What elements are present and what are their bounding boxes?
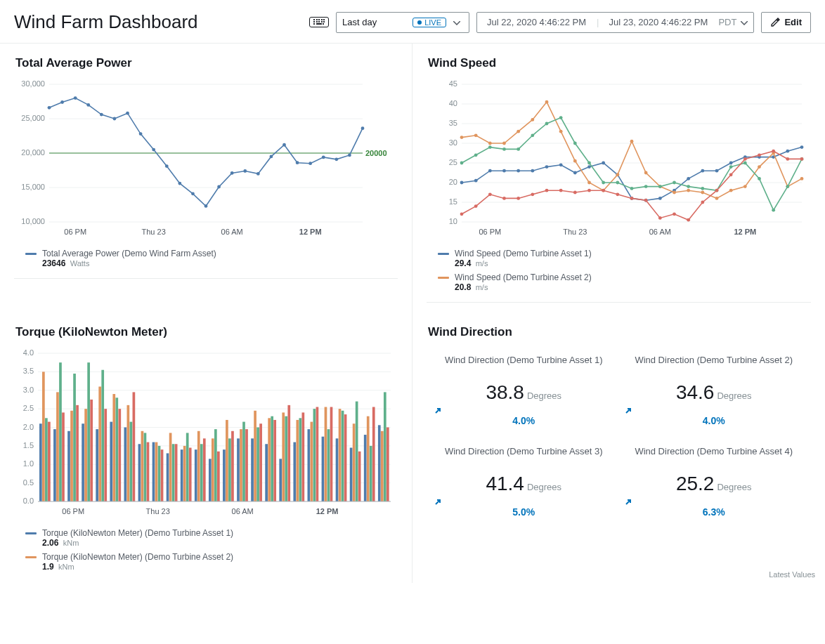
svg-point-128: [701, 187, 704, 190]
svg-text:06 PM: 06 PM: [62, 507, 84, 515]
svg-text:20: 20: [449, 178, 457, 186]
svg-rect-247: [265, 444, 268, 501]
svg-rect-263: [322, 437, 325, 501]
svg-point-149: [644, 199, 648, 202]
svg-point-131: [743, 162, 747, 165]
svg-rect-227: [195, 449, 197, 501]
svg-text:15,000: 15,000: [21, 183, 45, 191]
svg-rect-234: [217, 452, 220, 501]
kpi-value: 34.6Degrees: [624, 381, 805, 404]
svg-rect-275: [364, 435, 367, 501]
svg-point-147: [616, 192, 619, 196]
svg-rect-269: [342, 411, 344, 501]
legend-item: Wind Speed (Demo Turbine Asset 1) 29.4 m…: [438, 249, 810, 268]
svg-rect-202: [104, 409, 107, 501]
svg-text:12 PM: 12 PM: [734, 228, 756, 236]
svg-point-152: [687, 218, 690, 222]
svg-point-87: [474, 133, 478, 137]
dashboard-grid: Total Average Power 10,00015,00020,00025…: [0, 44, 825, 583]
svg-point-91: [531, 118, 534, 121]
svg-rect-209: [130, 422, 133, 501]
svg-point-97: [616, 173, 619, 176]
date-range-picker[interactable]: Jul 22, 2020 4:46:22 PM | Jul 23, 2020 4…: [476, 12, 754, 33]
svg-text:20,000: 20,000: [21, 148, 45, 157]
svg-text:3.5: 3.5: [23, 367, 34, 375]
legend-unit: kNm: [58, 563, 74, 571]
svg-point-88: [488, 142, 492, 145]
svg-rect-229: [200, 444, 203, 501]
svg-rect-250: [273, 420, 276, 501]
kpi-value: 41.4Degrees: [434, 473, 614, 495]
svg-point-85: [800, 145, 804, 149]
svg-rect-281: [384, 392, 386, 501]
svg-point-93: [559, 130, 563, 133]
svg-rect-230: [203, 438, 206, 501]
svg-rect-261: [313, 409, 316, 501]
svg-rect-190: [62, 412, 65, 501]
svg-text:06 PM: 06 PM: [479, 228, 501, 236]
svg-point-157: [758, 153, 761, 157]
svg-point-25: [165, 164, 169, 168]
svg-point-136: [460, 212, 464, 216]
svg-point-104: [715, 197, 719, 200]
chart-power[interactable]: 10,00015,00020,00025,00030,00006 PMThu 2…: [15, 80, 395, 242]
svg-point-107: [758, 165, 761, 169]
svg-rect-267: [336, 438, 339, 501]
svg-rect-238: [231, 431, 234, 501]
pencil-icon: [770, 18, 780, 27]
legend-swatch: [25, 253, 37, 255]
svg-rect-199: [96, 429, 98, 501]
keyboard-icon[interactable]: [309, 17, 329, 27]
svg-point-64: [502, 169, 506, 173]
svg-point-158: [772, 150, 775, 153]
svg-text:Thu 23: Thu 23: [142, 228, 166, 236]
svg-rect-186: [48, 422, 51, 501]
svg-point-150: [658, 216, 662, 220]
svg-rect-282: [386, 428, 389, 502]
svg-rect-273: [356, 402, 358, 501]
dashboard-header: Wind Farm Dashboard Last day LIVE Jul 22…: [0, 0, 825, 44]
svg-rect-183: [39, 423, 42, 501]
svg-point-16: [48, 106, 51, 110]
svg-point-31: [243, 169, 247, 173]
svg-rect-200: [98, 386, 101, 501]
svg-text:25: 25: [449, 158, 457, 166]
svg-text:20000: 20000: [365, 149, 387, 157]
panel-wind-speed: Wind Speed 101520253035404506 PMThu 2306…: [412, 44, 825, 313]
chart-torque[interactable]: 0.00.51.01.52.02.53.03.54.006 PMThu 2306…: [15, 349, 395, 521]
svg-rect-240: [240, 429, 242, 501]
svg-point-119: [573, 142, 577, 145]
svg-point-137: [474, 204, 478, 208]
panel-title: Torque (KiloNewton Meter): [15, 325, 396, 339]
svg-point-28: [204, 204, 208, 208]
legend-label: Wind Speed (Demo Turbine Asset 1): [455, 249, 592, 258]
chart-wind-speed[interactable]: 101520253035404506 PMThu 2306 AM12 PM: [428, 80, 807, 242]
svg-rect-272: [353, 423, 356, 501]
svg-rect-213: [144, 433, 147, 501]
svg-point-23: [139, 132, 143, 136]
svg-text:1.0: 1.0: [23, 459, 34, 468]
edit-button[interactable]: Edit: [761, 12, 811, 33]
time-range-select[interactable]: Last day LIVE: [336, 12, 469, 33]
legend-swatch: [438, 277, 449, 279]
svg-point-134: [786, 185, 789, 188]
svg-rect-232: [212, 438, 214, 501]
svg-point-142: [545, 189, 549, 192]
kpi-delta: 4.0%: [434, 407, 614, 426]
svg-text:06 PM: 06 PM: [64, 228, 86, 236]
svg-text:40: 40: [449, 99, 457, 107]
svg-point-92: [545, 100, 549, 104]
svg-point-121: [602, 181, 605, 185]
svg-rect-262: [316, 407, 319, 501]
svg-text:2.5: 2.5: [23, 404, 34, 412]
svg-point-106: [743, 185, 747, 188]
legend-value: 2.06: [42, 538, 58, 548]
svg-rect-268: [339, 409, 342, 501]
kpi-unit: Degrees: [527, 482, 561, 492]
svg-point-30: [230, 171, 234, 175]
svg-point-69: [573, 171, 577, 175]
date-to: Jul 23, 2020 4:46:22 PM: [599, 17, 718, 27]
svg-point-75: [658, 197, 662, 200]
svg-point-132: [758, 177, 761, 180]
svg-point-19: [86, 103, 90, 107]
